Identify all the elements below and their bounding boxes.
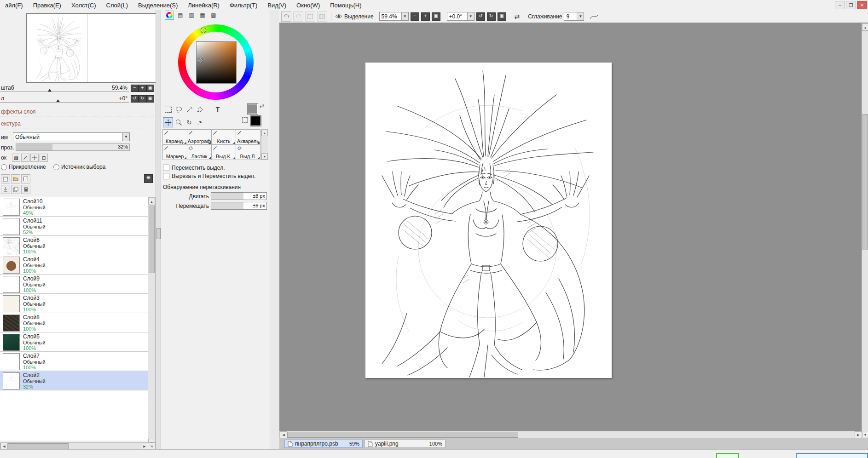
swatches-tab-icon[interactable]: ▦ [198, 11, 207, 20]
scrollbar-thumb[interactable] [862, 114, 868, 250]
close-button[interactable]: ✕ [857, 1, 867, 9]
document-tab-active[interactable]: пнрапрплгро.psb 59% [284, 440, 363, 448]
layers-scrollbar[interactable]: ▲ ▼ [148, 197, 156, 447]
canvas-zoom-reset-button[interactable]: ▣ [432, 12, 440, 21]
new-folder-button[interactable] [11, 174, 20, 183]
brush-brush[interactable]: Кисть [211, 129, 236, 145]
brush-watercolor[interactable]: Акварель [236, 129, 260, 145]
rgb-sliders-tab-icon[interactable]: ▤ [176, 11, 185, 20]
menu-file[interactable]: айл(F) [0, 0, 28, 10]
scroll-down-icon[interactable]: ▼ [862, 431, 868, 438]
scroll-right-icon[interactable]: ▶ [141, 443, 148, 450]
menu-view[interactable]: Вид(V) [262, 0, 291, 10]
layer-row[interactable]: Слой9 Обычный 100% [0, 275, 148, 294]
magic-wand-tool[interactable] [184, 104, 194, 114]
delete-layer-button[interactable] [21, 185, 30, 194]
layer-row[interactable]: Слой3 Обычный 100% [0, 294, 148, 313]
texture-header[interactable]: екстура [0, 120, 154, 128]
splitter-handle[interactable] [156, 228, 161, 239]
document-canvas[interactable] [365, 63, 612, 378]
canvas-angle-combo[interactable]: +0.0° ▼ [447, 12, 475, 21]
scroll-down-icon[interactable]: ▼ [261, 153, 268, 160]
opacity-slider[interactable]: 32% [16, 143, 130, 151]
scrollbar-thumb[interactable] [8, 443, 69, 449]
menu-selection[interactable]: Выделение(S) [133, 0, 183, 10]
lock-icon[interactable]: ⊡ [40, 154, 48, 162]
canvas-vscrollbar[interactable]: ▲ ▼ [862, 23, 868, 439]
scroll-up-icon[interactable]: ▲ [862, 23, 868, 31]
canvas-angle-reset-button[interactable]: ▣ [498, 12, 506, 21]
zoom-in-button[interactable]: + [139, 85, 146, 92]
move-threshold-input[interactable]: ±8 px [211, 192, 267, 200]
bucket-tool[interactable] [195, 104, 205, 114]
rotate-ccw-button[interactable]: ↺ [131, 95, 139, 103]
move-selection-checkbox[interactable]: Переместить выдел. [163, 165, 225, 171]
source-radio[interactable]: Источник выбора [53, 164, 105, 170]
scroll-right-icon[interactable]: ▶ [855, 431, 862, 438]
zoom-tool[interactable] [174, 117, 184, 127]
pencil-icon[interactable] [21, 154, 29, 162]
saturation-value-square[interactable] [196, 41, 237, 84]
layer-panel-options-button[interactable]: ◉ [144, 174, 153, 183]
document-tab[interactable]: yapiii.png 100% [365, 440, 446, 448]
flip-horizontal-icon[interactable]: ⇄ [515, 13, 520, 20]
layer-row[interactable]: Слой4 Обычный 100% [0, 255, 148, 275]
scroll-up-icon[interactable]: ▲ [261, 130, 268, 136]
status-button-blue[interactable] [796, 453, 868, 458]
brush-select-eraser[interactable]: Выд.Л. [236, 144, 260, 160]
undo-button[interactable] [281, 11, 291, 22]
zoom-reset-button[interactable]: ▣ [146, 85, 154, 92]
scratchpad-tab-icon[interactable]: ▩ [209, 11, 218, 20]
canvas-zoom-combo[interactable]: 59.4% ▼ [379, 12, 409, 21]
menu-ruler[interactable]: Линейка(R) [183, 0, 225, 10]
attach-radio[interactable]: Прикрепление [1, 164, 46, 170]
color-wheel-tab-icon[interactable] [165, 11, 174, 20]
duplicate-layer-button[interactable] [11, 185, 20, 194]
secondary-color-swatch[interactable] [250, 115, 261, 126]
invert-selection-button[interactable] [317, 11, 327, 22]
menu-window[interactable]: Окно(W) [291, 0, 325, 10]
brush-airbrush[interactable]: Аэрограф [187, 129, 212, 145]
brush-pencil[interactable]: Каранд. [162, 129, 187, 145]
layer-effects-header[interactable]: ффекты слоя [0, 108, 154, 116]
color-wheel[interactable] [178, 24, 254, 100]
hue-marker[interactable] [201, 28, 206, 33]
rotate-cw-button[interactable]: ↻ [139, 95, 146, 103]
canvas-zoom-in-button[interactable]: + [421, 12, 430, 21]
pan-threshold-input[interactable]: ±8 px [211, 202, 267, 210]
navigator-angle-slider[interactable]: л +0° [0, 94, 129, 103]
deselect-button[interactable] [305, 11, 315, 22]
lasso-tool[interactable] [174, 104, 184, 114]
move-tool-selected[interactable] [163, 117, 173, 127]
angle-reset-button[interactable]: ▣ [146, 95, 154, 103]
rotate-view-tool[interactable]: ↻ [184, 117, 194, 127]
minimize-button[interactable]: – [835, 1, 845, 9]
primary-color-swatch[interactable] [247, 103, 258, 114]
brush-select-pen[interactable]: Выд.К. [211, 144, 236, 160]
swap-colors-icon[interactable]: ⇄ [260, 103, 264, 109]
brush-marker[interactable]: Маркер [162, 144, 187, 160]
eyedropper-tool[interactable] [195, 117, 205, 127]
restore-button[interactable]: ❐ [846, 1, 856, 9]
scrollbar-thumb[interactable] [287, 432, 518, 438]
zoom-slider-thumb[interactable] [48, 89, 52, 92]
scroll-left-icon[interactable]: ◀ [280, 431, 287, 438]
canvas-workspace[interactable] [279, 23, 862, 431]
brush-scrollbar[interactable]: ▲ ▼ [261, 129, 268, 160]
navigator-preview[interactable] [26, 13, 156, 83]
layer-row-selected[interactable]: Слой2 Обычный 32% [0, 371, 148, 390]
select-rect-tool[interactable] [163, 104, 173, 114]
layer-row[interactable]: Слой6 Обычный 100% [0, 236, 148, 255]
scrollbar-thumb[interactable] [149, 206, 155, 273]
new-layer-button[interactable] [1, 174, 10, 183]
canvas-rotate-ccw-button[interactable]: ↺ [476, 12, 485, 21]
brush-eraser[interactable]: Ластик [187, 144, 212, 160]
merge-down-button[interactable] [1, 185, 10, 194]
zoom-out-button[interactable]: − [131, 85, 139, 92]
layer-row[interactable]: Слой7 Обычный 100% [0, 352, 148, 371]
scroll-up-icon[interactable]: ▲ [148, 198, 155, 205]
layer-row[interactable]: Слой5 Обычный 100% [0, 332, 148, 352]
sv-marker[interactable] [198, 58, 203, 63]
menu-filter[interactable]: Фильтр(T) [225, 0, 262, 10]
menu-canvas[interactable]: Холст(C) [66, 0, 101, 10]
